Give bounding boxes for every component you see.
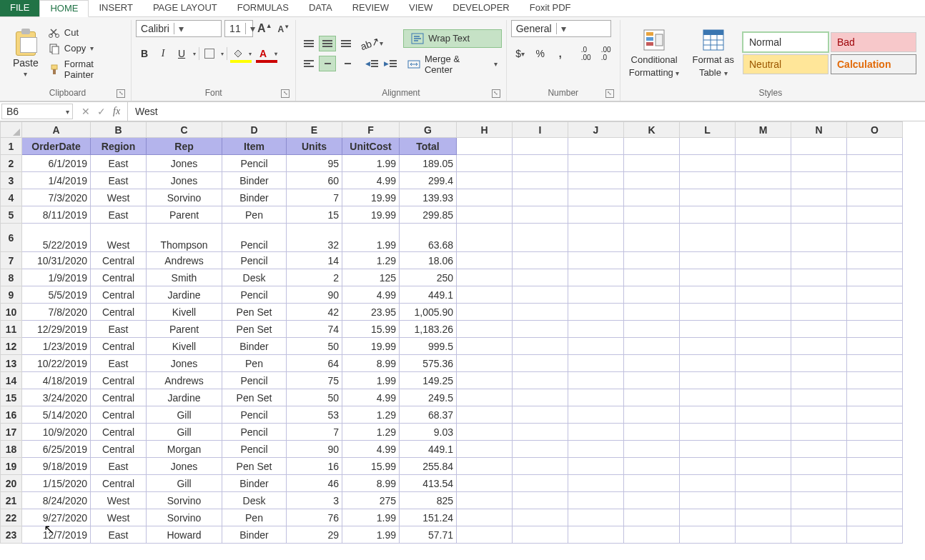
accounting-format-button[interactable]: $ ▾ [511, 46, 530, 61]
cell[interactable] [513, 321, 568, 338]
cell[interactable] [568, 338, 624, 355]
cell[interactable]: 32 [287, 224, 342, 252]
cell[interactable] [457, 338, 513, 355]
cell[interactable] [680, 321, 736, 338]
cancel-formula-button[interactable]: ✕ [81, 106, 90, 117]
cell[interactable] [624, 304, 680, 321]
cell[interactable] [624, 224, 680, 252]
cell[interactable] [568, 138, 624, 155]
cell[interactable] [736, 172, 791, 189]
cell[interactable]: 7 [287, 189, 342, 206]
cell[interactable] [847, 321, 903, 338]
cell[interactable]: 90 [287, 441, 342, 458]
cell[interactable] [457, 252, 513, 269]
cell[interactable]: 4/18/2019 [22, 372, 91, 389]
cell[interactable]: Andrews [147, 252, 222, 269]
cell[interactable] [457, 304, 513, 321]
cell[interactable]: 4.99 [342, 286, 400, 304]
style-calculation[interactable]: Calculation [831, 54, 916, 74]
number-dialog-launcher[interactable]: ⤡ [605, 89, 614, 98]
cell[interactable] [791, 286, 847, 304]
cell[interactable]: Binder [222, 172, 287, 189]
cell[interactable] [791, 372, 847, 389]
cell[interactable] [513, 406, 568, 424]
cell[interactable] [791, 321, 847, 338]
cell[interactable] [457, 441, 513, 458]
cell[interactable] [791, 155, 847, 172]
cell[interactable]: 1/15/2020 [22, 475, 91, 492]
cell[interactable]: 50 [287, 338, 342, 355]
cell[interactable] [847, 224, 903, 252]
cell[interactable]: 1.29 [342, 424, 400, 441]
cell[interactable] [736, 155, 791, 172]
cell[interactable]: 8/11/2019 [22, 206, 91, 224]
cell[interactable] [624, 206, 680, 224]
row-header[interactable]: 18 [1, 441, 22, 458]
cell[interactable] [736, 372, 791, 389]
underline-button[interactable]: U [173, 46, 197, 61]
cell[interactable] [513, 355, 568, 372]
cell[interactable] [568, 252, 624, 269]
cell[interactable] [736, 224, 791, 252]
tab-data[interactable]: DATA [299, 0, 342, 16]
cell[interactable] [736, 206, 791, 224]
cell[interactable] [513, 458, 568, 475]
cell[interactable] [791, 304, 847, 321]
cell[interactable] [736, 509, 791, 526]
cell[interactable]: 12/29/2019 [22, 321, 91, 338]
cell[interactable] [568, 224, 624, 252]
cell[interactable] [568, 189, 624, 206]
cell[interactable] [736, 286, 791, 304]
cell[interactable] [568, 492, 624, 509]
cell[interactable]: Pencil [222, 155, 287, 172]
number-format-combo[interactable]: General▾ [511, 20, 611, 37]
cell[interactable] [680, 441, 736, 458]
cell[interactable] [624, 155, 680, 172]
style-bad[interactable]: Bad [831, 32, 916, 52]
cell[interactable]: East [91, 321, 147, 338]
column-header[interactable]: G [400, 122, 457, 138]
cell[interactable] [624, 269, 680, 286]
row-header[interactable]: 12 [1, 338, 22, 355]
cell[interactable]: 299.4 [400, 172, 457, 189]
cell[interactable]: 250 [400, 269, 457, 286]
cell[interactable]: 53 [287, 406, 342, 424]
cell[interactable]: 1.99 [342, 155, 400, 172]
cell[interactable] [513, 206, 568, 224]
cell[interactable] [624, 321, 680, 338]
cell[interactable]: Central [91, 304, 147, 321]
cell[interactable]: Kivell [147, 304, 222, 321]
cell[interactable] [568, 509, 624, 526]
cell[interactable] [736, 304, 791, 321]
cell[interactable]: Central [91, 475, 147, 492]
cell[interactable] [457, 509, 513, 526]
cell[interactable] [847, 338, 903, 355]
cell[interactable] [457, 286, 513, 304]
cell[interactable]: Central [91, 372, 147, 389]
column-header[interactable]: I [513, 122, 568, 138]
cell[interactable] [680, 389, 736, 406]
cell[interactable] [568, 441, 624, 458]
row-header[interactable]: 17 [1, 424, 22, 441]
cell[interactable] [457, 172, 513, 189]
cell[interactable] [513, 286, 568, 304]
cell[interactable]: 4.99 [342, 441, 400, 458]
cell[interactable]: 125 [342, 269, 400, 286]
fx-icon[interactable]: fx [113, 106, 120, 117]
cell[interactable] [791, 424, 847, 441]
cell[interactable]: East [91, 155, 147, 172]
cell[interactable]: 64 [287, 355, 342, 372]
cell[interactable]: 2 [287, 269, 342, 286]
cell[interactable]: Desk [222, 269, 287, 286]
cell[interactable]: 1,183.26 [400, 321, 457, 338]
cell[interactable]: Binder [222, 189, 287, 206]
row-header[interactable]: 2 [1, 155, 22, 172]
cell[interactable] [457, 138, 513, 155]
cell[interactable] [791, 475, 847, 492]
cell[interactable] [736, 526, 791, 544]
cell[interactable] [847, 138, 903, 155]
cell[interactable]: Pencil [222, 252, 287, 269]
cell[interactable]: 50 [287, 389, 342, 406]
cell[interactable]: 75 [287, 372, 342, 389]
cell[interactable] [791, 138, 847, 155]
